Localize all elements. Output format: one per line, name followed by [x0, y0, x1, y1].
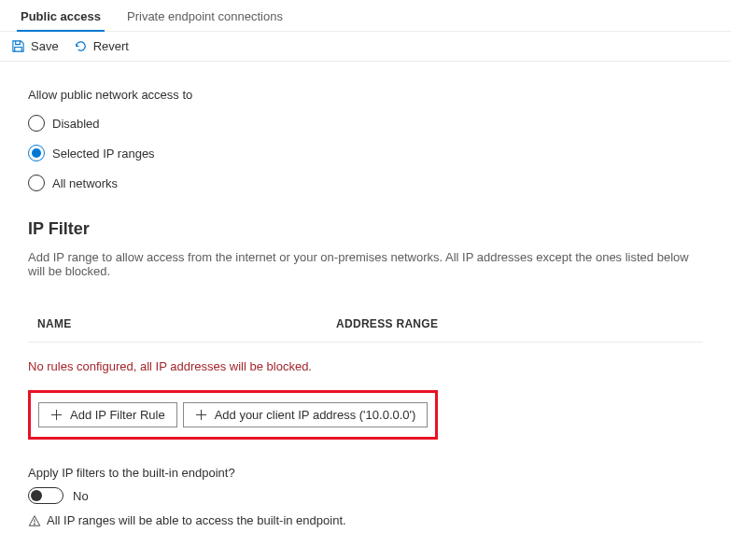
add-client-ip-label: Add your client IP address ('10.0.0.0'): [215, 408, 416, 422]
add-ip-filter-rule-label: Add IP Filter Rule: [70, 408, 165, 422]
apply-toggle-row: No: [28, 487, 703, 504]
column-address-range: ADDRESS RANGE: [336, 317, 438, 330]
radio-all-networks[interactable]: All networks: [28, 175, 703, 191]
column-name: NAME: [37, 317, 336, 330]
radio-selected-ip-ranges[interactable]: Selected IP ranges: [28, 145, 703, 161]
add-ip-filter-rule-button[interactable]: Add IP Filter Rule: [38, 402, 177, 427]
toggle-value-label: No: [73, 489, 89, 503]
save-label: Save: [31, 39, 59, 53]
plus-icon: [50, 409, 63, 421]
radio-disabled[interactable]: Disabled: [28, 115, 703, 132]
radio-icon: [28, 145, 45, 161]
no-rules-warning: No rules configured, all IP addresses wi…: [28, 359, 703, 373]
toolbar: Save Revert: [0, 32, 731, 62]
builtin-endpoint-info-text: All IP ranges will be able to access the…: [47, 513, 346, 527]
highlight-box: Add IP Filter Rule Add your client IP ad…: [28, 390, 438, 440]
svg-point-1: [34, 523, 35, 524]
ip-filter-heading: IP Filter: [28, 219, 703, 239]
toggle-knob: [31, 490, 42, 501]
revert-icon: [74, 39, 88, 53]
radio-icon: [28, 175, 45, 191]
add-client-ip-button[interactable]: Add your client IP address ('10.0.0.0'): [183, 402, 429, 427]
apply-ip-filters-label: Apply IP filters to the built-in endpoin…: [28, 466, 703, 480]
access-section-label: Allow public network access to: [28, 88, 703, 102]
save-icon: [11, 39, 25, 53]
plus-icon: [195, 409, 207, 421]
tab-public-access[interactable]: Public access: [7, 0, 114, 31]
radio-label: Disabled: [52, 117, 100, 131]
ip-filter-table-header: NAME ADDRESS RANGE: [28, 306, 703, 343]
builtin-endpoint-info: All IP ranges will be able to access the…: [28, 513, 703, 527]
tab-private-endpoint-connections[interactable]: Private endpoint connections: [114, 0, 296, 31]
revert-button[interactable]: Revert: [74, 39, 129, 53]
apply-toggle[interactable]: [28, 487, 63, 504]
tabs-bar: Public access Private endpoint connectio…: [0, 0, 731, 32]
warning-icon: [28, 514, 41, 527]
radio-label: Selected IP ranges: [52, 147, 155, 161]
radio-icon: [28, 115, 45, 132]
radio-label: All networks: [52, 176, 118, 190]
save-button[interactable]: Save: [11, 39, 59, 53]
access-radio-group: Disabled Selected IP ranges All networks: [28, 115, 703, 191]
revert-label: Revert: [93, 39, 129, 53]
ip-filter-description: Add IP range to allow access from the in…: [28, 250, 703, 278]
content-area: Allow public network access to Disabled …: [0, 62, 731, 555]
